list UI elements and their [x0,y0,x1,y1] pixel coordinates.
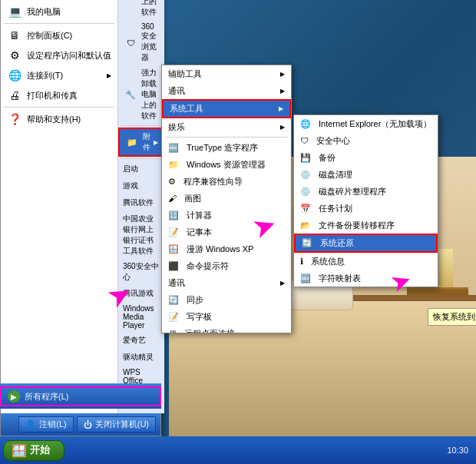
arrow-icon-3: ▶ [107,72,111,79]
controlpanel-icon: 🖥 [7,28,22,43]
logoff-button[interactable]: 👤 注销(L) [18,416,73,433]
security-center-item[interactable]: 🛡 安全中心 [294,132,438,149]
all-programs-icon: ▶ [8,390,20,403]
right-menu-bank[interactable]: 中国农业银行网上银行证书工具软件 [118,211,164,259]
explorer-item[interactable]: 📁 Windows 资源管理器 [162,156,291,173]
diskcleaner-item[interactable]: 💿 磁盘清理 [294,166,438,183]
right-menu-360browser[interactable]: 🛡 360安全浏览器 [118,20,164,65]
diskcleaner-label: 磁盘清理 [319,169,352,181]
tongxun1-arrow-icon: ▶ [280,88,285,94]
compat-item[interactable]: ⚙ 程序兼容性向导 [162,173,291,190]
ie-noaddon-item[interactable]: 🌐 Internet Explorer（无加载项） [294,115,438,132]
scheduler-item[interactable]: 📅 任务计划 [294,200,438,217]
tgames-label: 腾讯游戏 [123,288,154,299]
right-menu-tencentsoftware[interactable]: 腾讯软件 [118,194,164,211]
right-menu-startup[interactable]: 启动 [118,161,164,177]
notepad-label: 记事本 [187,227,212,238]
right-uninstall2-label: 强力卸载电脑上的软件 [141,68,160,121]
fuzhu-label: 辅助工具 [168,68,202,80]
cmd2-label: 命令提示符 [187,260,229,272]
logoff-label: 注销(L) [39,419,66,430]
sysrestore-tooltip: 恢复系统到选择的还原点 [428,308,476,326]
taskbar-clock: 10:30 [442,446,473,455]
start-menu-right: 🔧 强力卸载电脑上的软件 🛡 360安全浏览器 🔧 强力卸载电脑上的软件 📁 [118,0,164,413]
defrag-label: 磁盘碎片整理程序 [319,186,386,197]
menu-item-mycomputer[interactable]: 💻 我的电脑 [1,2,117,22]
notepad-item[interactable]: 📝 记事本 [162,224,291,240]
paint-item[interactable]: 🖌 画图 [162,190,291,207]
xitong-arrow-icon: ▶ [279,105,283,112]
yule-item[interactable]: 娱乐 ▶ [162,118,291,135]
shutdown-icon: ⏻ [84,420,92,429]
menu-item-controlpanel[interactable]: 🖥 控制面板(C) [1,25,117,45]
right-menu-iqiyi[interactable]: 爱奇艺 [118,332,164,349]
menu-item-help[interactable]: ❓ 帮助和支持(H) [1,109,117,129]
start-menu[interactable]: 🌸 Administrator 📁 我的文档 ▶ 📄 我最近的文档(D) ▶ [0,0,161,436]
sync-label: 同步 [187,294,203,306]
help-icon: ❓ [7,111,22,127]
wordpad-label: 写字板 [187,311,212,323]
menu-item-printer-label: 打印机和传真 [27,90,111,101]
tooltip-text: 恢复系统到选择的还原点 [433,312,476,321]
filetransfer-item[interactable]: 📂 文件备份要转移程序 [294,217,438,234]
filetransfer-icon: 📂 [300,220,311,230]
menu-item-setprograms[interactable]: ⚙ 设定程序访问和默认值 [1,45,117,65]
start-menu-container: 🌸 Administrator 📁 我的文档 ▶ 📄 我最近的文档(D) ▶ [0,0,161,436]
tongxun2-item[interactable]: 通讯 ▶ [162,274,291,291]
right-menu-360center[interactable]: 360安全中心 [118,259,164,285]
backup-item[interactable]: 💾 备份 [294,149,438,166]
tongxun1-label: 通讯 [168,85,185,97]
iqiyi-label: 爱奇艺 [123,335,146,346]
setprograms-icon: ⚙ [7,48,22,63]
calc-item[interactable]: 🔢 计算器 [162,207,291,224]
menu-item-connect[interactable]: 🌐 连接到(T) ▶ [1,65,117,85]
truetype-item[interactable]: 🔤 TrueType 造字程序 [162,139,291,156]
right-menu-tgames[interactable]: 腾讯游戏 [118,285,164,302]
start-menu-left: 📁 我的文档 ▶ 📄 我最近的文档(D) ▶ 💻 我的电脑 [1,0,118,413]
menu-item-mycomputer-label: 我的电脑 [27,6,111,18]
fuzhu-item[interactable]: 辅助工具 ▶ [162,65,291,82]
sync-item[interactable]: 🔄 同步 [162,291,291,308]
windows-logo-icon: 🪟 [12,443,27,458]
tourxp-item[interactable]: 🪟 漫游 Windows XP [162,240,291,257]
tencentsoftware-label: 腾讯软件 [123,197,154,208]
all-programs-label: 所有程序(L) [25,391,68,403]
diskcleaner-icon: 💿 [300,170,311,180]
start-menu-body: 📁 我的文档 ▶ 📄 我最近的文档(D) ▶ 💻 我的电脑 [1,0,160,413]
xitong-item[interactable]: 系统工具 ▶ [162,99,291,118]
remote-item[interactable]: 🖥 远程桌面连接 [162,325,291,333]
shutdown-button[interactable]: ⏻ 关闭计算机(U) [77,416,156,433]
compat-label: 程序兼容性向导 [183,176,243,187]
explorer-icon2: 📁 [168,160,179,170]
truetype-icon: 🔤 [168,143,179,153]
charmap-icon: 🔤 [300,273,311,283]
taskbar: 🪟 开始 10:30 [0,436,476,464]
sysinfo-label: 系统信息 [311,256,345,267]
defrag-item[interactable]: 💿 磁盘碎片整理程序 [294,183,438,200]
start-label: 开始 [30,443,50,457]
menu-item-printer[interactable]: 🖨 打印机和传真 [1,85,117,105]
notepad-icon: 📝 [168,227,179,237]
start-menu-footer: 👤 注销(L) ⏻ 关闭计算机(U) [1,413,160,436]
right-menu-driver[interactable]: 驱动精灵 [118,349,164,366]
cmd2-icon: ⬛ [168,261,179,271]
charmap-item[interactable]: 🔤 字符映射表 [294,270,438,287]
all-programs-button[interactable]: ▶ 所有程序(L) [0,386,161,406]
tongxun1-item[interactable]: 通讯 ▶ [162,82,291,99]
menu-item-help-label: 帮助和支持(H) [27,114,111,125]
right-menu-games[interactable]: 游戏 [118,177,164,194]
right-menu-uninstall[interactable]: 🔧 强力卸载电脑上的软件 [118,0,164,20]
right-menu-wmp[interactable]: Windows Media Player [118,302,164,332]
right-360browser-label: 360安全浏览器 [141,22,160,63]
fujian-arrow-icon: ▶ [154,139,158,146]
right-menu-uninstall2[interactable]: 🔧 强力卸载电脑上的软件 [118,65,164,124]
xitong-label: 系统工具 [170,103,203,114]
sysrestore-item[interactable]: 🔄 系统还原 [294,234,438,253]
right-menu-fujian[interactable]: 📁 附件 ▶ [118,128,164,157]
truetype-label: TrueType 造字程序 [187,142,258,154]
filetransfer-label: 文件备份要转移程序 [319,220,395,231]
wordpad-item[interactable]: 📝 写字板 [162,308,291,325]
sysinfo-item[interactable]: ℹ 系统信息 [294,253,438,270]
start-button[interactable]: 🪟 开始 [3,440,64,461]
cmd2-item[interactable]: ⬛ 命令提示符 [162,257,291,274]
